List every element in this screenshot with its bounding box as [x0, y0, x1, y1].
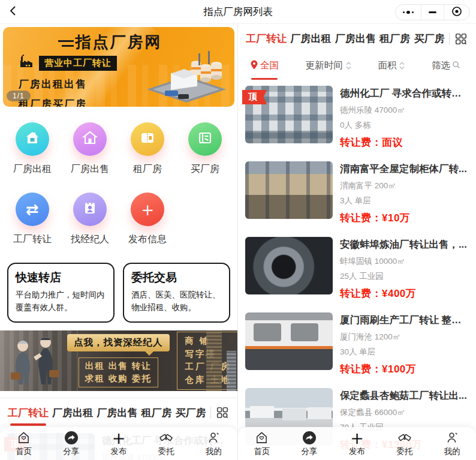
listing-photo [245, 237, 333, 294]
tabbar-home[interactable]: 首页 [238, 427, 285, 460]
tab-factory-rent[interactable]: 厂房出租 [52, 406, 93, 420]
listing-row[interactable]: 安徽蚌埠炼油厂转让出售，... 蚌埠固镇 10000㎡ 25人 工业园 转让费：… [238, 231, 476, 306]
bottom-tabbar-right: 首页 分享 ＋ 发布 委托 我的 [238, 427, 476, 460]
hero-line2: 厂房出租出售 [19, 77, 117, 91]
listing-price: 转让费：面议 [340, 136, 469, 149]
filter-sort-time[interactable]: 更新时间 [306, 59, 351, 72]
top-badge: 顶 [242, 90, 267, 104]
listing-row[interactable]: 顶 德州化工厂 寻求合作或转让... 德州乐陵 47000㎡ 0人 多栋 转让费… [238, 80, 476, 155]
tabbar-profile[interactable]: 我的 [190, 427, 237, 460]
filter-region[interactable]: 全国 [250, 59, 279, 72]
bottom-tabbar-left: 首页 分享 ＋ 发布 委托 我的 [0, 427, 237, 460]
promo-card-quick-transfer[interactable]: 快速转店 平台助力推广，短时间内覆盖有效人群。 [7, 263, 115, 323]
quicknav-factory-sale[interactable]: 厂房出售 [61, 122, 119, 176]
back-button[interactable] [6, 5, 20, 19]
listing-meta: 25人 工业园 [340, 271, 469, 282]
listing-row[interactable]: 厦门雨刷生产工厂转让 整体... 厦门海沧 1200㎡ 30人 单层 转让费：¥… [238, 306, 476, 382]
tabbar-home[interactable]: 首页 [0, 427, 47, 460]
app-screen: 指点厂房网列表 指点厂房网 [0, 0, 476, 460]
filter-advanced[interactable]: 筛选 [432, 59, 460, 72]
hero-left-block: 营业中工厂转让 厂房出租出售 租厂房买厂房 [19, 55, 117, 107]
filter-bar: 全国 更新时间 面积 筛选 [238, 53, 476, 80]
profile-icon [207, 430, 221, 445]
rent-factory-icon [139, 130, 156, 149]
category-grid-icon[interactable] [454, 32, 468, 46]
tabbar-publish[interactable]: ＋ 发布 [333, 427, 381, 460]
hero-banner[interactable]: 指点厂房网 营业中工厂转让 厂房出租出售 租厂房买厂房 1/1 [3, 27, 234, 107]
tab-factory-transfer[interactable]: 工厂转让 [246, 32, 287, 46]
listing-photo [245, 161, 333, 219]
tabbar-share[interactable]: 分享 [47, 427, 95, 460]
miniprogram-capsule [395, 4, 471, 20]
broker-bubble: 点我，找资深经纪人 [67, 334, 170, 351]
quick-nav-grid: 厂房出租 厂房出售 租厂房 买厂房 ⇄ [0, 107, 237, 257]
tab-factory-sale[interactable]: 厂房出售 [335, 32, 376, 46]
sort-carets-icon [346, 62, 351, 70]
category-tabs-left: 工厂转让 厂房出租 厂房出售 租厂房 买厂房 [0, 398, 237, 427]
listing-location: 保定蠡县 66000㎡ [340, 407, 469, 418]
promo-card-entrusted-trade[interactable]: 委托交易 酒店、医美、医院转让、物业招租、收购。 [123, 263, 230, 323]
building-silhouette [227, 351, 236, 391]
broker-services-box: 出租 出售 转让 求租 收购 委托 [79, 357, 158, 387]
tab-buy-factory[interactable]: 买厂房 [176, 406, 206, 420]
hero-status-badge: 营业中工厂转让 [39, 56, 117, 71]
category-grid-icon[interactable] [216, 406, 229, 419]
quicknav-publish[interactable]: ＋ 发布信息 [119, 193, 176, 246]
listing-meta: 3人 单层 [340, 196, 469, 206]
listing-photo [245, 312, 333, 370]
quicknav-factory-rent[interactable]: 厂房出租 [4, 122, 61, 176]
tabbar-publish[interactable]: ＋ 发布 [95, 427, 142, 460]
tabbar-entrust[interactable]: 委托 [381, 427, 428, 460]
navbar: 指点厂房网列表 [0, 0, 476, 24]
sort-carets-icon [399, 62, 405, 70]
quicknav-find-broker[interactable]: 找经纪人 [61, 193, 119, 246]
broker-text-block: 点我，找资深经纪人 出租 出售 转让 求租 收购 委托 [67, 334, 170, 387]
listing-title: 渭南富平全屋定制柜体厂转... [340, 163, 469, 176]
minimize-button[interactable] [421, 5, 444, 20]
quicknav-rent-factory[interactable]: 租厂房 [119, 122, 176, 176]
tab-rent-factory[interactable]: 租厂房 [141, 406, 172, 420]
publish-plus-icon: ＋ [109, 430, 129, 445]
house-rent-icon [24, 130, 41, 149]
search-icon [452, 61, 460, 71]
tab-factory-sale[interactable]: 厂房出售 [97, 406, 137, 420]
listing-location: 蚌埠固镇 10000㎡ [340, 256, 469, 267]
tab-factory-transfer[interactable]: 工厂转让 [8, 406, 49, 420]
buy-factory-icon [197, 130, 213, 149]
banner-page-indicator: 1/1 [7, 91, 31, 101]
more-dots-icon [403, 11, 414, 14]
listing-meta: 30人 单层 [340, 347, 469, 357]
house-sale-icon [82, 130, 98, 149]
home-icon [17, 430, 31, 445]
quicknav-buy-factory[interactable]: 买厂房 [176, 122, 234, 176]
left-panel: 指点厂房网 营业中工厂转让 厂房出租出售 租厂房买厂房 1/1 [0, 24, 238, 460]
tab-rent-factory[interactable]: 租厂房 [379, 32, 410, 46]
listing-photo: 顶 [245, 86, 333, 143]
more-button[interactable] [396, 5, 421, 20]
building-silhouette [206, 330, 222, 391]
listing-title: 安徽蚌埠炼油厂转让出售，... [340, 238, 469, 251]
tab-factory-rent[interactable]: 厂房出租 [291, 32, 332, 46]
share-icon [64, 430, 79, 445]
filter-sort-area[interactable]: 面积 [378, 59, 405, 72]
right-panel: 工厂转让 厂房出租 厂房出售 租厂房 买厂房 全国 更新时间 [238, 24, 476, 460]
category-tabs-right: 工厂转让 厂房出租 厂房出售 租厂房 买厂房 [238, 24, 476, 53]
tab-buy-factory[interactable]: 买厂房 [414, 32, 445, 46]
factory-icon [19, 55, 34, 71]
tabbar-profile[interactable]: 我的 [429, 427, 476, 460]
listing-price: 转让费：¥10万 [340, 211, 469, 225]
tabbar-entrust[interactable]: 委托 [143, 427, 190, 460]
plus-icon: ＋ [138, 200, 157, 219]
location-pin-icon [250, 60, 258, 72]
tabbar-share[interactable]: 分享 [285, 427, 333, 460]
listing-row[interactable]: 渭南富平全屋定制柜体厂转... 渭南富平 200㎡ 3人 单层 转让费：¥10万 [238, 155, 476, 231]
swap-arrows-icon: ⇄ [26, 202, 39, 217]
listing-location: 渭南富平 200㎡ [340, 181, 469, 191]
close-home-button[interactable] [444, 5, 469, 20]
businessmen-illustration [5, 333, 65, 388]
share-icon [302, 430, 317, 445]
broker-banner[interactable]: 点我，找资深经纪人 出租 出售 转让 求租 收购 委托 商 铺 写字楼 工厂 厂… [0, 330, 237, 391]
promo-cards: 快速转店 平台助力推广，短时间内覆盖有效人群。 委托交易 酒店、医美、医院转让、… [7, 263, 230, 323]
listing-location: 德州乐陵 47000㎡ [340, 105, 469, 116]
quicknav-factory-transfer[interactable]: ⇄ 工厂转让 [4, 193, 61, 246]
